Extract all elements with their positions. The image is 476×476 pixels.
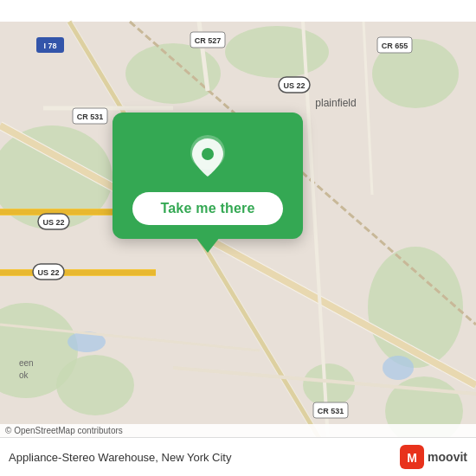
svg-text:een: een [19, 358, 34, 368]
svg-text:plainfield: plainfield [315, 97, 356, 109]
svg-text:US 22: US 22 [283, 81, 305, 90]
place-info-bar: Appliance-Stereo Warehouse, New York Cit… [0, 438, 476, 476]
attribution-text: © OpenStreetMap contributors [0, 424, 476, 438]
svg-point-11 [383, 356, 414, 380]
svg-text:US 22: US 22 [37, 268, 59, 277]
svg-point-6 [303, 363, 355, 407]
svg-text:CR 531: CR 531 [77, 113, 104, 121]
take-me-there-button[interactable]: Take me there [132, 192, 282, 225]
svg-point-8 [225, 26, 329, 78]
svg-text:ok: ok [19, 370, 29, 380]
svg-point-3 [56, 355, 134, 415]
svg-text:CR 655: CR 655 [382, 42, 408, 50]
svg-text:M: M [407, 451, 417, 465]
moovit-brand-text: moovit [428, 450, 467, 464]
map-container: I 78 CR 527 CR 655 US 22 CR 531 US 22 US… [0, 0, 476, 476]
svg-text:CR 527: CR 527 [195, 36, 222, 45]
place-name: Appliance-Stereo Warehouse, New York Cit… [9, 451, 400, 464]
svg-text:CR 531: CR 531 [318, 407, 344, 415]
popup-icon-area [183, 113, 232, 192]
attribution-bar: © OpenStreetMap contributors Appliance-S… [0, 424, 476, 476]
location-pin-icon [183, 133, 232, 182]
svg-point-47 [202, 148, 214, 160]
svg-text:I 78: I 78 [43, 42, 56, 50]
location-popup: Take me there [113, 113, 303, 239]
moovit-logo: M moovit [400, 445, 467, 469]
moovit-icon: M [400, 445, 424, 469]
svg-text:US 22: US 22 [42, 218, 64, 227]
